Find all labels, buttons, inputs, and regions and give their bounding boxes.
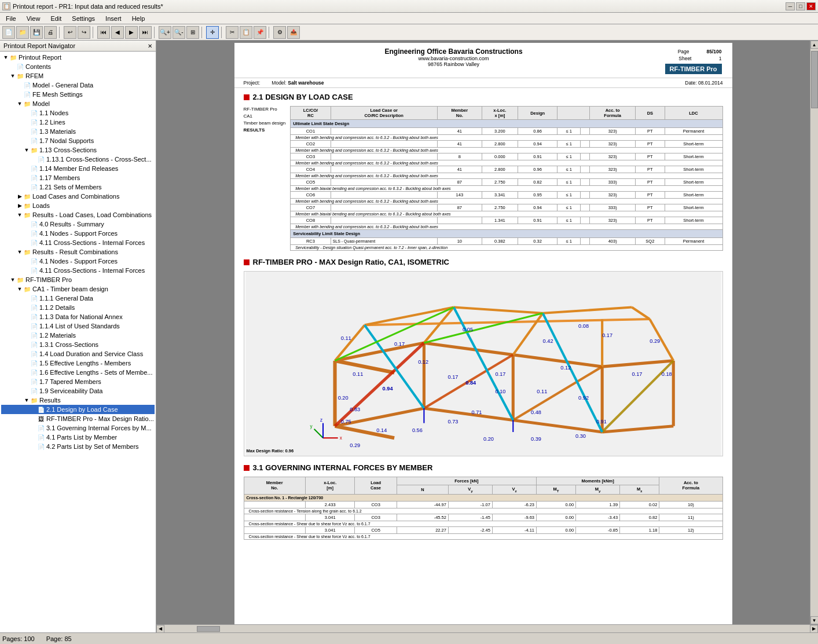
hscroll-right-button[interactable]: ▶ — [810, 625, 818, 633]
menu-insert[interactable]: Insert — [101, 14, 126, 23]
tree-item-national-annex[interactable]: 📄 1.1.3 Data for National Annex — [1, 312, 155, 321]
tree-item-rfem[interactable]: ▼ 📁 RFEM — [1, 71, 155, 80]
tree-label: Printout Report — [19, 54, 61, 61]
tree-item-ca1[interactable]: ▼ 📁 CA1 - Timber beam design — [1, 284, 155, 294]
settings-button[interactable]: ⚙ — [273, 26, 286, 39]
tree-label: Model — [32, 100, 50, 107]
tree-item-nodal-supports[interactable]: 📄 1.7 Nodal Supports — [1, 136, 155, 145]
svg-text:0.17: 0.17 — [602, 332, 612, 338]
paste-button[interactable]: 📌 — [254, 26, 266, 39]
tree-item-rf-timber[interactable]: ▼ 📁 RF-TIMBER Pro — [1, 275, 155, 284]
menu-file[interactable]: File — [1, 14, 21, 23]
tree-item-used-standards[interactable]: 📄 1.1.4 List of Used Standards — [1, 321, 155, 331]
horizontal-scrollbar[interactable]: ◀ ▶ — [156, 624, 818, 632]
tree-item-serviceability[interactable]: 📄 1.9 Serviceability Data — [1, 386, 155, 396]
section-marker-viz — [244, 259, 250, 265]
undo-button[interactable]: ↩ — [64, 26, 76, 39]
close-button[interactable]: ✕ — [806, 2, 816, 10]
new-button[interactable]: 📄 — [2, 26, 15, 39]
cursor-button[interactable]: ✛ — [206, 26, 219, 39]
tree-item-governing-forces[interactable]: 📄 3.1 Governing Internal Forces by M... — [1, 423, 155, 433]
tree-item-results-rc[interactable]: ▼ 📁 Results - Result Combinations — [1, 247, 155, 257]
tree-item-load-cases[interactable]: ▶ 📁 Load Cases and Combinations — [1, 192, 155, 201]
tree-item-effective-lengths-sets[interactable]: 📄 1.6 Effective Lengths - Sets of Membe.… — [1, 368, 155, 377]
tree-label: Model - General Data — [32, 82, 93, 89]
navigator-close[interactable]: ✕ — [148, 43, 152, 49]
tree-label: 1.1.3 Data for National Annex — [39, 313, 123, 320]
page-number: 85/100 — [692, 49, 721, 54]
svg-text:0.42: 0.42 — [542, 338, 553, 344]
tree-item-results-folder[interactable]: ▼ 📁 Results — [1, 396, 155, 405]
tree-item-materials[interactable]: 📄 1.3 Materials — [1, 127, 155, 136]
section-marker-3-1 — [244, 465, 250, 471]
nav-next-button[interactable]: ▶ — [125, 26, 138, 39]
tree-label: FE Mesh Settings — [32, 91, 83, 98]
tree-item-results-lc[interactable]: ▼ 📁 Results - Load Cases, Load Combinati… — [1, 210, 155, 219]
tree-item-sets-of-members[interactable]: 📄 1.21 Sets of Members — [1, 182, 155, 192]
tree-item-parts-list-member[interactable]: 📄 4.1 Parts List by Member — [1, 433, 155, 442]
nav-first-button[interactable]: ⏮ — [97, 26, 110, 39]
menu-settings[interactable]: Settings — [67, 14, 100, 23]
tree-item-nodes[interactable]: 📄 1.1 Nodes — [1, 108, 155, 118]
scissors-button[interactable]: ✂ — [226, 26, 239, 39]
tree-item-rf-timber-graphic[interactable]: 🖼 RF-TIMBER Pro - Max Design Ratio... — [1, 414, 155, 423]
tree-item-loads[interactable]: ▶ 📁 Loads — [1, 201, 155, 210]
navigator-tree: ▼ 📁 Printout Report 📄 Contents ▼ 📁 RFEM … — [0, 52, 156, 632]
hscroll-thumb[interactable] — [197, 626, 220, 632]
menu-help[interactable]: Help — [127, 14, 150, 23]
zoom-fit-button[interactable]: ⊞ — [186, 26, 199, 39]
tree-item-design-by-load-case[interactable]: 📄 2.1 Design by Load Case — [1, 405, 155, 414]
tree-label: 4.1 Nodes - Support Forces — [39, 258, 118, 265]
tree-item-tapered-members[interactable]: 📄 1.7 Tapered Members — [1, 377, 155, 386]
tree-item-member-end-releases[interactable]: 📄 1.14 Member End Releases — [1, 164, 155, 173]
scroll-thumb[interactable] — [811, 51, 818, 108]
tree-item-general-data[interactable]: 📄 Model - General Data — [1, 80, 155, 90]
table-row: CO1 41 3.200 0.86 ≤ 1 323) PT — [291, 128, 722, 135]
svg-text:0.56: 0.56 — [412, 427, 422, 433]
vertical-scrollbar[interactable]: ▲ ▼ — [810, 41, 818, 624]
scroll-up-button[interactable]: ▲ — [810, 41, 819, 49]
svg-text:0.92: 0.92 — [578, 395, 589, 401]
tree-item-effective-lengths-members[interactable]: 📄 1.5 Effective Lengths - Members — [1, 358, 155, 368]
folder-icon: 📁 — [9, 53, 17, 61]
tree-item-general-data-ca1[interactable]: 📄 1.1.1 General Data — [1, 294, 155, 303]
tree-item-parts-list-set[interactable]: 📄 4.2 Parts List by Set of Members — [1, 442, 155, 451]
open-button[interactable]: 📁 — [16, 26, 29, 39]
tree-item-lines[interactable]: 📄 1.2 Lines — [1, 118, 155, 127]
tree-item-nodes-support[interactable]: 📄 4.1 Nodes - Support Forces — [1, 229, 155, 238]
copy-button[interactable]: 📋 — [240, 26, 252, 39]
redo-button[interactable]: ↪ — [78, 26, 90, 39]
tree-item-contents[interactable]: 📄 Contents — [1, 62, 155, 71]
tree-item-results-summary[interactable]: 📄 4.0 Results - Summary — [1, 219, 155, 229]
company-name: Engineering Office Bavaria Constructions — [244, 47, 664, 56]
minimize-button[interactable]: ─ — [786, 2, 795, 10]
hscroll-track[interactable] — [164, 625, 810, 632]
hscroll-left-button[interactable]: ◀ — [156, 625, 164, 633]
tree-item-model[interactable]: ▼ 📁 Model — [1, 99, 155, 108]
table-row-desc: Cross-section resistance - Tension along… — [244, 508, 722, 514]
svg-text:0.11: 0.11 — [353, 371, 363, 377]
tree-item-cross-sections-ca1[interactable]: 📄 1.3.1 Cross-Sections — [1, 340, 155, 349]
menu-view[interactable]: View — [22, 14, 45, 23]
tree-item-printout-report[interactable]: ▼ 📁 Printout Report — [1, 53, 155, 62]
tree-item-members[interactable]: 📄 1.17 Members — [1, 173, 155, 182]
nav-prev-button[interactable]: ◀ — [111, 26, 124, 39]
zoom-in-button[interactable]: 🔍+ — [159, 26, 171, 39]
save-button[interactable]: 💾 — [30, 26, 43, 39]
tree-item-cross-sections-sub[interactable]: 📄 1.13.1 Cross-Sections - Cross-Sect... — [1, 155, 155, 164]
tree-item-cross-sections-internal[interactable]: 📄 4.11 Cross-Sections - Internal Forces — [1, 238, 155, 247]
export-button[interactable]: 📤 — [287, 26, 300, 39]
zoom-out-button[interactable]: 🔍- — [173, 26, 185, 39]
tree-item-materials-ca1[interactable]: 📄 1.2 Materials — [1, 331, 155, 340]
print-button[interactable]: 🖨 — [44, 26, 57, 39]
menu-edit[interactable]: Edit — [46, 14, 66, 23]
tree-item-cross-sections[interactable]: ▼ 📁 1.13 Cross-Sections — [1, 145, 155, 155]
tree-item-load-duration[interactable]: 📄 1.4 Load Duration and Service Class — [1, 349, 155, 358]
nav-last-button[interactable]: ⏭ — [139, 26, 152, 39]
tree-item-rc-cross-sections[interactable]: 📄 4.11 Cross-Sections - Internal Forces — [1, 266, 155, 275]
tree-item-fe-mesh[interactable]: 📄 FE Mesh Settings — [1, 90, 155, 99]
maximize-button[interactable]: □ — [796, 2, 805, 10]
tree-item-rc-nodes[interactable]: 📄 4.1 Nodes - Support Forces — [1, 257, 155, 266]
tree-item-details[interactable]: 📄 1.1.2 Details — [1, 303, 155, 312]
scroll-down-button[interactable]: ▼ — [810, 616, 819, 624]
